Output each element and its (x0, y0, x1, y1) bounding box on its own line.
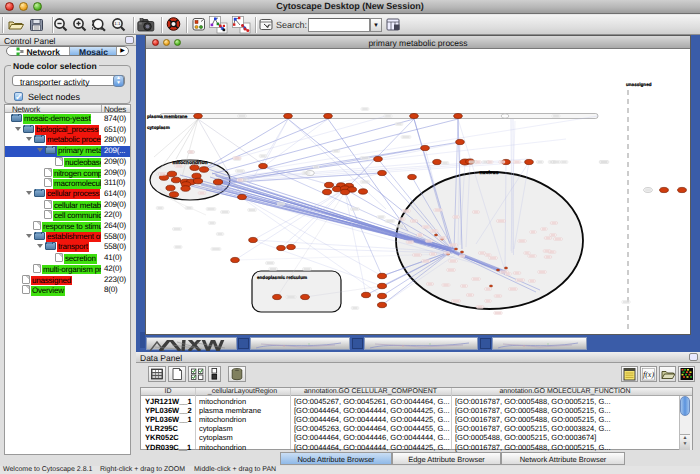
svg-text:unassigned: unassigned (626, 82, 652, 87)
svg-text:endoplasmic reticulum: endoplasmic reticulum (257, 275, 307, 280)
svg-text:nucleus: nucleus (480, 170, 499, 176)
svg-text:plasma membrane: plasma membrane (147, 114, 188, 119)
svg-text:1:1: 1:1 (114, 21, 121, 26)
svg-text:f(x): f(x) (643, 370, 654, 379)
svg-text:cytoplasm: cytoplasm (147, 125, 170, 130)
